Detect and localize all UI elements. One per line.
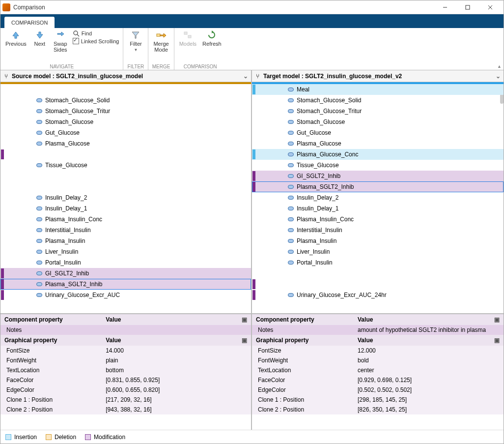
property-row[interactable]: FontWeightplain [0, 355, 251, 365]
tree-row[interactable]: Stomach_Glucose [252, 117, 504, 127]
tree-row[interactable]: Plasma_Insulin_Conc [252, 214, 504, 225]
filter-label: Filter [130, 41, 141, 47]
source-properties: Component propertyValue▣NotesGraphical p… [0, 314, 252, 430]
species-icon [288, 239, 294, 243]
tree-row[interactable]: Plasma_Glucose [0, 138, 251, 149]
tree-row[interactable]: Plasma_Insulin [252, 236, 504, 246]
property-row[interactable]: FaceColor[0.929, 0.698, 0.125] [252, 375, 504, 385]
target-pane-header[interactable]: ⑂ Target model : SGLT2_insulin_glucose_m… [252, 70, 504, 82]
tree-row[interactable]: Stomach_Glucose_Solid [252, 95, 504, 106]
property-row[interactable]: EdgeColor[0.600, 0.655, 0.820] [0, 385, 251, 395]
tree-row[interactable] [0, 181, 251, 192]
row-label: Plasma_SGLT2_Inhib [297, 183, 354, 190]
property-row[interactable]: Clone 1 : Position[298, 185, 145, 25] [252, 395, 504, 405]
close-button[interactable] [479, 0, 502, 14]
tree-row[interactable]: Tissue_Glucose [0, 160, 251, 171]
row-label: Plasma_Glucose [45, 140, 90, 147]
property-row[interactable]: FontSize12.000 [252, 346, 504, 355]
tree-row[interactable]: Urinary_Glucose_Excr_AUC_24hr [252, 290, 504, 300]
deletion-swatch [46, 434, 52, 440]
tree-row[interactable]: Portal_Insulin [0, 257, 251, 268]
group-comparison-label: COMPARISON [176, 64, 224, 70]
next-button[interactable]: Next [29, 29, 50, 48]
tree-row[interactable]: Gut_Glucose [252, 127, 504, 138]
property-row[interactable]: Clone 2 : Position[943, 388, 32, 16] [0, 405, 251, 414]
ribbon-bar: COMPARISON [0, 14, 504, 28]
maximize-button[interactable] [456, 0, 479, 14]
tree-row[interactable]: Urinary_Glucose_Excr_AUC [0, 290, 251, 300]
toolbar-collapse-icon[interactable]: ▲ [497, 64, 502, 69]
tree-row[interactable]: Plasma_Glucose [252, 138, 504, 149]
target-tree[interactable]: MealStomach_Glucose_SolidStomach_Glucose… [252, 84, 504, 313]
row-label: Interstitial_Insulin [45, 227, 91, 234]
tree-row[interactable]: GI_SGLT2_Inhib [252, 171, 504, 181]
linked-scrolling-checkbox[interactable]: Linked Scrolling [73, 38, 119, 44]
source-pane-header[interactable]: ⑂ Source model : SGLT2_insulin_glucose_m… [0, 70, 251, 82]
tree-row[interactable] [0, 149, 251, 160]
tree-row[interactable]: Plasma_SGLT2_Inhib [0, 279, 251, 290]
property-row[interactable]: Clone 1 : Position[217, 209, 32, 16] [0, 395, 251, 405]
source-tree[interactable]: Stomach_Glucose_SolidStomach_Glucose_Tri… [0, 84, 251, 313]
property-row[interactable]: FaceColor[0.831, 0.855, 0.925] [0, 375, 251, 385]
tree-row[interactable]: GI_SGLT2_Inhib [0, 268, 251, 279]
target-pane: ⑂ Target model : SGLT2_insulin_glucose_m… [252, 70, 504, 313]
tree-row[interactable]: Insulin_Delay_1 [0, 203, 251, 214]
tree-row[interactable] [252, 268, 504, 279]
collapse-icon[interactable]: ▣ [242, 337, 247, 344]
collapse-icon[interactable]: ▣ [242, 316, 247, 323]
property-row[interactable]: FontSize14.000 [0, 346, 251, 355]
tree-row[interactable]: Portal_Insulin [252, 257, 504, 268]
property-row[interactable]: EdgeColor[0.502, 0.502, 0.502] [252, 385, 504, 395]
fork-icon: ⑂ [256, 73, 259, 80]
chevron-down-icon[interactable]: ⌄ [496, 73, 501, 80]
property-row[interactable]: Clone 2 : Position[826, 350, 145, 25] [252, 405, 504, 414]
notes-row[interactable]: Notesamount of hypothetical SGLT2 inhibi… [252, 325, 504, 335]
tree-row[interactable]: Stomach_Glucose_Tritur [0, 106, 251, 117]
tree-row[interactable]: Plasma_Insulin_Conc [0, 214, 251, 225]
refresh-icon [207, 30, 217, 40]
tree-row[interactable]: Stomach_Glucose [0, 117, 251, 127]
collapse-icon[interactable]: ▣ [494, 337, 500, 344]
property-row[interactable]: TextLocationcenter [252, 365, 504, 375]
species-icon [288, 98, 294, 102]
tree-row[interactable]: Meal [252, 84, 504, 95]
tree-row[interactable] [252, 279, 504, 290]
property-row[interactable]: TextLocationbottom [0, 365, 251, 375]
tree-row[interactable]: Plasma_Glucose_Conc [252, 149, 504, 160]
tree-row[interactable]: Gut_Glucose [0, 127, 251, 138]
row-label: Urinary_Glucose_Excr_AUC [45, 292, 120, 298]
tree-row[interactable]: Interstitial_Insulin [252, 225, 504, 236]
collapse-icon[interactable]: ▣ [494, 316, 500, 323]
tree-row[interactable]: Stomach_Glucose_Tritur [252, 106, 504, 117]
previous-button[interactable]: Previous [2, 29, 29, 48]
row-label: GI_SGLT2_Inhib [45, 270, 89, 277]
swap-sides-button[interactable]: Swap Sides [50, 29, 71, 54]
tree-row[interactable] [0, 84, 251, 95]
tree-row[interactable]: Plasma_SGLT2_Inhib [252, 181, 504, 192]
tree-row[interactable]: Interstitial_Insulin [0, 225, 251, 236]
minimize-button[interactable] [434, 0, 456, 14]
arrow-up-icon [11, 30, 21, 40]
notes-row[interactable]: Notes [0, 325, 251, 335]
filter-button[interactable]: Filter ▼ [125, 29, 146, 53]
tab-comparison[interactable]: COMPARISON [4, 17, 55, 28]
merge-mode-button[interactable]: Merge Mode [150, 29, 171, 54]
property-row[interactable]: FontWeightbold [252, 355, 504, 365]
group-navigate-label: NAVIGATE [2, 64, 121, 70]
find-button[interactable]: Find [73, 30, 119, 37]
tree-row[interactable]: Insulin_Delay_2 [0, 192, 251, 203]
refresh-button[interactable]: Refresh [199, 29, 224, 48]
species-icon [36, 109, 42, 113]
tree-row[interactable] [0, 171, 251, 181]
tree-row[interactable]: Insulin_Delay_2 [252, 192, 504, 203]
species-icon [36, 261, 42, 265]
svg-line-5 [77, 34, 79, 36]
tree-row[interactable]: Tissue_Glucose [252, 160, 504, 171]
tree-row[interactable]: Insulin_Delay_1 [252, 203, 504, 214]
tree-row[interactable]: Liver_Insulin [252, 246, 504, 257]
tree-row[interactable]: Stomach_Glucose_Solid [0, 95, 251, 106]
tree-row[interactable]: Liver_Insulin [0, 246, 251, 257]
tree-row[interactable]: Plasma_Insulin [0, 236, 251, 246]
chevron-down-icon[interactable]: ⌄ [243, 73, 248, 80]
chevron-down-icon: ▼ [134, 48, 138, 52]
